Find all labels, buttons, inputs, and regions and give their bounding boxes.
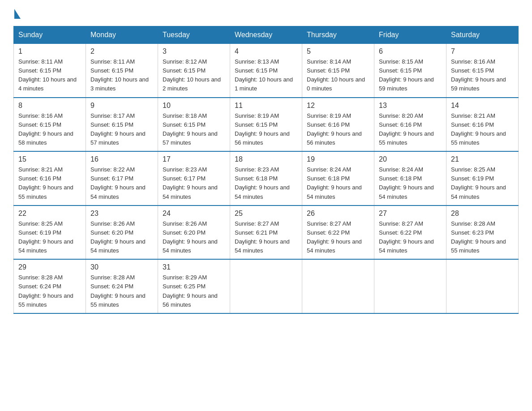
day-number: 9 [90, 102, 153, 110]
sunrise-label: Sunrise: 8:17 AM [90, 112, 135, 119]
sunrise-label: Sunrise: 8:21 AM [451, 112, 495, 119]
day-cell-24: 24 Sunrise: 8:26 AM Sunset: 6:20 PM Dayl… [158, 206, 230, 260]
sunrise-label: Sunrise: 8:11 AM [18, 58, 63, 65]
sunrise-label: Sunrise: 8:24 AM [307, 166, 351, 173]
day-info: Sunrise: 8:18 AM Sunset: 6:15 PM Dayligh… [163, 111, 225, 148]
day-cell-31: 31 Sunrise: 8:29 AM Sunset: 6:25 PM Dayl… [158, 259, 230, 313]
sunrise-label: Sunrise: 8:23 AM [163, 166, 207, 173]
day-cell-29: 29 Sunrise: 8:28 AM Sunset: 6:24 PM Dayl… [14, 259, 86, 313]
day-number: 22 [18, 210, 81, 218]
day-cell-15: 15 Sunrise: 8:21 AM Sunset: 6:16 PM Dayl… [14, 151, 86, 206]
day-info: Sunrise: 8:24 AM Sunset: 6:18 PM Dayligh… [379, 165, 442, 201]
sunset-label: Sunset: 6:16 PM [451, 121, 494, 128]
sunrise-label: Sunrise: 8:27 AM [235, 220, 279, 227]
sunset-label: Sunset: 6:20 PM [90, 229, 133, 236]
day-number: 25 [235, 210, 297, 218]
day-cell-25: 25 Sunrise: 8:27 AM Sunset: 6:21 PM Dayl… [230, 206, 302, 260]
day-cell-13: 13 Sunrise: 8:20 AM Sunset: 6:16 PM Dayl… [374, 98, 446, 152]
sunrise-label: Sunrise: 8:22 AM [90, 166, 135, 173]
empty-cell [302, 259, 374, 313]
day-info: Sunrise: 8:29 AM Sunset: 6:25 PM Dayligh… [163, 273, 225, 309]
day-number: 28 [451, 210, 514, 218]
day-number: 2 [90, 47, 153, 56]
sunrise-label: Sunrise: 8:21 AM [18, 166, 63, 173]
sunrise-label: Sunrise: 8:27 AM [379, 220, 423, 227]
sunset-label: Sunset: 6:20 PM [163, 229, 206, 236]
sunrise-label: Sunrise: 8:12 AM [163, 58, 207, 65]
days-header-row: SundayMondayTuesdayWednesdayThursdayFrid… [14, 26, 519, 44]
day-cell-8: 8 Sunrise: 8:16 AM Sunset: 6:15 PM Dayli… [14, 98, 86, 152]
week-row-4: 22 Sunrise: 8:25 AM Sunset: 6:19 PM Dayl… [14, 206, 519, 260]
sunset-label: Sunset: 6:15 PM [451, 67, 494, 74]
day-cell-20: 20 Sunrise: 8:24 AM Sunset: 6:18 PM Dayl… [374, 151, 446, 206]
day-info: Sunrise: 8:14 AM Sunset: 6:15 PM Dayligh… [307, 57, 369, 94]
day-number: 23 [90, 210, 153, 218]
day-number: 26 [307, 210, 369, 218]
sunset-label: Sunset: 6:25 PM [163, 283, 206, 290]
daylight-label: Daylight: 9 hours and 56 minutes [163, 292, 218, 308]
day-info: Sunrise: 8:23 AM Sunset: 6:17 PM Dayligh… [163, 165, 225, 201]
sunrise-label: Sunrise: 8:16 AM [451, 58, 495, 65]
sunset-label: Sunset: 6:18 PM [379, 175, 422, 182]
sunrise-label: Sunrise: 8:26 AM [163, 220, 207, 227]
day-info: Sunrise: 8:28 AM Sunset: 6:24 PM Dayligh… [18, 273, 81, 309]
sunrise-label: Sunrise: 8:11 AM [90, 58, 135, 65]
day-cell-21: 21 Sunrise: 8:25 AM Sunset: 6:19 PM Dayl… [446, 151, 519, 206]
sunset-label: Sunset: 6:15 PM [379, 67, 422, 74]
daylight-label: Daylight: 9 hours and 55 minutes [451, 238, 506, 254]
daylight-label: Daylight: 9 hours and 59 minutes [451, 76, 506, 92]
sunrise-label: Sunrise: 8:19 AM [235, 112, 279, 119]
day-number: 7 [451, 47, 514, 56]
day-cell-4: 4 Sunrise: 8:13 AM Sunset: 6:15 PM Dayli… [230, 44, 302, 98]
sunset-label: Sunset: 6:22 PM [379, 229, 422, 236]
daylight-label: Daylight: 9 hours and 54 minutes [379, 184, 434, 200]
day-cell-28: 28 Sunrise: 8:28 AM Sunset: 6:23 PM Dayl… [446, 206, 519, 260]
sunrise-label: Sunrise: 8:16 AM [18, 112, 63, 119]
sunrise-label: Sunrise: 8:24 AM [379, 166, 423, 173]
day-cell-23: 23 Sunrise: 8:26 AM Sunset: 6:20 PM Dayl… [86, 206, 158, 260]
sunset-label: Sunset: 6:15 PM [163, 67, 206, 74]
day-cell-14: 14 Sunrise: 8:21 AM Sunset: 6:16 PM Dayl… [446, 98, 519, 152]
sunrise-label: Sunrise: 8:28 AM [18, 274, 63, 281]
sunrise-label: Sunrise: 8:19 AM [307, 112, 351, 119]
daylight-label: Daylight: 9 hours and 55 minutes [18, 184, 73, 200]
sunrise-label: Sunrise: 8:13 AM [235, 58, 279, 65]
day-info: Sunrise: 8:15 AM Sunset: 6:15 PM Dayligh… [379, 57, 442, 94]
sunset-label: Sunset: 6:16 PM [18, 175, 61, 182]
daylight-label: Daylight: 9 hours and 54 minutes [163, 184, 218, 200]
sunset-label: Sunset: 6:19 PM [18, 229, 61, 236]
day-info: Sunrise: 8:26 AM Sunset: 6:20 PM Dayligh… [90, 219, 153, 256]
day-number: 24 [163, 210, 225, 218]
sunrise-label: Sunrise: 8:25 AM [451, 166, 495, 173]
sunset-label: Sunset: 6:17 PM [90, 175, 133, 182]
daylight-label: Daylight: 9 hours and 55 minutes [90, 292, 146, 308]
sunset-label: Sunset: 6:16 PM [379, 121, 422, 128]
day-cell-5: 5 Sunrise: 8:14 AM Sunset: 6:15 PM Dayli… [302, 44, 374, 98]
day-cell-19: 19 Sunrise: 8:24 AM Sunset: 6:18 PM Dayl… [302, 151, 374, 206]
sunrise-label: Sunrise: 8:28 AM [90, 274, 135, 281]
daylight-label: Daylight: 9 hours and 55 minutes [379, 130, 434, 146]
day-cell-26: 26 Sunrise: 8:27 AM Sunset: 6:22 PM Dayl… [302, 206, 374, 260]
sunset-label: Sunset: 6:15 PM [235, 121, 278, 128]
col-header-sunday: Sunday [14, 26, 86, 44]
col-header-thursday: Thursday [302, 26, 374, 44]
day-cell-11: 11 Sunrise: 8:19 AM Sunset: 6:15 PM Dayl… [230, 98, 302, 152]
day-number: 13 [379, 102, 442, 110]
sunset-label: Sunset: 6:15 PM [307, 67, 350, 74]
sunset-label: Sunset: 6:17 PM [163, 175, 206, 182]
day-info: Sunrise: 8:13 AM Sunset: 6:15 PM Dayligh… [235, 57, 297, 94]
week-row-3: 15 Sunrise: 8:21 AM Sunset: 6:16 PM Dayl… [14, 151, 519, 206]
sunset-label: Sunset: 6:15 PM [18, 67, 61, 74]
day-number: 5 [307, 47, 369, 56]
sunrise-label: Sunrise: 8:25 AM [18, 220, 63, 227]
day-cell-1: 1 Sunrise: 8:11 AM Sunset: 6:15 PM Dayli… [14, 44, 86, 98]
col-header-saturday: Saturday [446, 26, 519, 44]
sunrise-label: Sunrise: 8:26 AM [90, 220, 135, 227]
daylight-label: Daylight: 9 hours and 55 minutes [18, 292, 73, 308]
day-info: Sunrise: 8:24 AM Sunset: 6:18 PM Dayligh… [307, 165, 369, 201]
sunset-label: Sunset: 6:24 PM [18, 283, 61, 290]
day-info: Sunrise: 8:25 AM Sunset: 6:19 PM Dayligh… [18, 219, 81, 256]
day-number: 8 [18, 102, 81, 110]
daylight-label: Daylight: 9 hours and 59 minutes [379, 76, 434, 92]
daylight-label: Daylight: 10 hours and 3 minutes [90, 76, 149, 92]
